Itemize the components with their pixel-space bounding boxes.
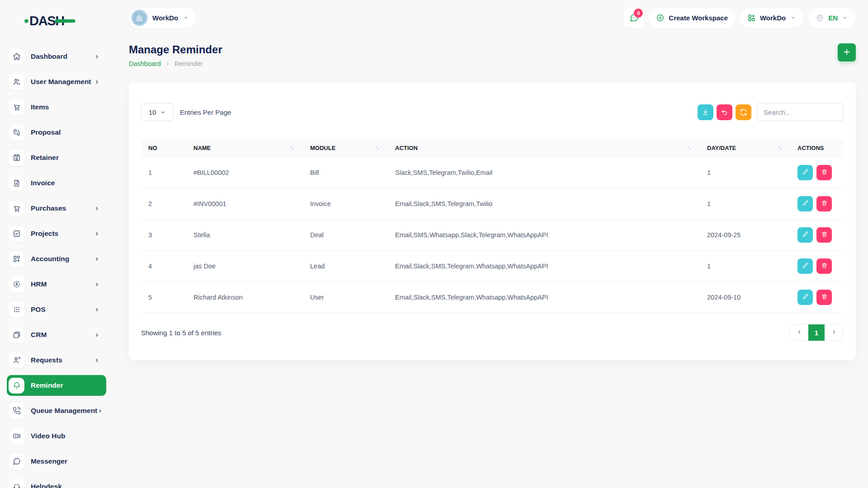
delete-button[interactable] (816, 290, 832, 305)
users-icon (9, 74, 24, 90)
delete-button[interactable] (816, 196, 832, 211)
reminder-table: NONAMEMODULEACTIONDAY/DATEACTIONS 1 #BIL… (141, 139, 844, 313)
cell-day_date: 1 (700, 251, 790, 282)
next-page-button[interactable] (825, 324, 843, 341)
cell-no: 3 (141, 220, 186, 251)
building-icon (131, 9, 148, 26)
table-controls: 10 Entries Per Page (141, 103, 844, 121)
chevron-right-icon (94, 256, 100, 262)
trash-icon (821, 200, 828, 208)
chevron-down-icon (790, 14, 796, 21)
sort-icon (776, 145, 783, 151)
column-header-no: NO (141, 139, 186, 157)
table-row: 2 #INV00001 Invoice Email,Slack,SMS,Tele… (141, 188, 844, 220)
table-footer: Showing 1 to 5 of 5 entries 1 (141, 324, 844, 341)
table-row: 4 jas Doe Lead Email,Slack,SMS,Telegram,… (141, 251, 844, 282)
column-header-actions: ACTIONS (790, 139, 844, 157)
column-header-day-date[interactable]: DAY/DATE (700, 139, 790, 157)
edit-button[interactable] (797, 227, 813, 243)
current-page-button[interactable]: 1 (808, 324, 825, 341)
pencil-icon (802, 231, 809, 239)
table-row: 5 Richard Atkinson User Email,Slack,SMS,… (141, 282, 844, 313)
cell-name: Richard Atkinson (186, 282, 303, 313)
sidebar-item-projects[interactable]: Projects (7, 223, 106, 244)
edit-button[interactable] (797, 258, 813, 274)
sidebar: DASH Dashboard User Management Items Pro… (0, 0, 108, 488)
language-selector[interactable]: EN (808, 8, 856, 28)
trash-icon (821, 293, 828, 301)
sidebar-item-messenger[interactable]: Messenger (7, 451, 106, 472)
sidebar-item-label: User Management (31, 78, 91, 86)
hrm-icon (9, 277, 24, 292)
delete-button[interactable] (816, 227, 832, 243)
chevron-right-icon (94, 282, 100, 287)
toolbar-buttons (698, 104, 751, 120)
sidebar-item-items[interactable]: Items (7, 97, 106, 117)
sidebar-item-retainer[interactable]: Retainer (7, 147, 106, 168)
sidebar-item-crm[interactable]: CRM (7, 324, 106, 345)
column-header-module[interactable]: MODULE (303, 139, 388, 157)
reset-button[interactable] (717, 104, 732, 120)
chevron-down-icon (842, 14, 848, 21)
sidebar-item-queue-management[interactable]: Queue Management (7, 400, 106, 421)
sidebar-item-user-management[interactable]: User Management (7, 71, 106, 92)
sidebar-item-helpdesk[interactable]: Helpdesk (7, 476, 106, 488)
pagination: 1 (789, 324, 844, 341)
sidebar-item-label: POS (31, 305, 46, 314)
messenger-icon (9, 454, 24, 469)
breadcrumb: Dashboard Reminder (129, 60, 222, 67)
workdo-menu-label: WorkDo (760, 14, 786, 22)
reminder-card: 10 Entries Per Page (129, 82, 856, 360)
refresh-icon (740, 108, 747, 116)
cell-name: #BILL00002 (186, 157, 303, 188)
cell-action: Slack,SMS,Telegram,Twilio,Email (388, 157, 700, 188)
column-header-name[interactable]: NAME (186, 139, 303, 157)
edit-button[interactable] (797, 165, 813, 180)
breadcrumb-dashboard-link[interactable]: Dashboard (129, 60, 161, 67)
edit-button[interactable] (797, 290, 813, 305)
previous-page-button[interactable] (790, 324, 808, 341)
create-workspace-button[interactable]: Create Workspace (648, 8, 736, 28)
showing-entries-text: Showing 1 to 5 of 5 entries (141, 329, 222, 337)
sidebar-item-pos[interactable]: POS (7, 299, 106, 320)
pos-icon (9, 302, 24, 318)
delete-button[interactable] (816, 258, 832, 274)
sort-icon (686, 145, 693, 151)
brand-logo[interactable]: DASH (0, 0, 108, 32)
main-column: WorkDo 0 Create Workspace WorkDo (108, 0, 868, 488)
chevron-down-icon (160, 109, 166, 115)
sidebar-item-reminder[interactable]: Reminder (7, 375, 106, 396)
sidebar-item-purchases[interactable]: Purchases (7, 198, 106, 219)
chevron-right-icon (94, 206, 100, 211)
sidebar-item-hrm[interactable]: HRM (7, 274, 106, 295)
workspace-selector[interactable]: WorkDo (129, 8, 196, 28)
refresh-button[interactable] (736, 104, 751, 120)
sidebar-item-requests[interactable]: Requests (7, 350, 106, 371)
export-button[interactable] (698, 104, 713, 120)
sidebar-item-label: Proposal (31, 128, 61, 136)
sidebar-item-video-hub[interactable]: Video Hub (7, 426, 106, 446)
row-actions (797, 165, 836, 180)
cell-action: Email,Slack,SMS,Telegram,Twilio (388, 188, 700, 220)
delete-button[interactable] (816, 165, 832, 180)
breadcrumb-current: Reminder (175, 60, 203, 67)
sidebar-item-proposal[interactable]: Proposal (7, 122, 106, 143)
sidebar-item-accounting[interactable]: Accounting (7, 249, 106, 269)
search-input[interactable] (757, 103, 844, 121)
messenger-button[interactable]: 0 (623, 7, 644, 28)
sidebar-item-invoice[interactable]: Invoice (7, 173, 106, 193)
page-title: Manage Reminder (129, 43, 222, 56)
sidebar-item-dashboard[interactable]: Dashboard (7, 46, 106, 67)
add-reminder-button[interactable] (838, 43, 856, 61)
entries-per-page-select[interactable]: 10 (141, 103, 174, 121)
column-header-action[interactable]: ACTION (388, 139, 700, 157)
sidebar-item-label: Purchases (31, 204, 66, 212)
page-content: Manage Reminder Dashboard Reminder 10 (108, 30, 868, 360)
row-actions (797, 290, 836, 305)
cell-day_date: 1 (700, 157, 790, 188)
edit-button[interactable] (797, 196, 813, 211)
workdo-menu-button[interactable]: WorkDo (740, 8, 804, 28)
cell-no: 1 (141, 157, 186, 188)
create-workspace-label: Create Workspace (669, 14, 728, 22)
topbar-actions: 0 Create Workspace WorkDo EN (623, 7, 856, 28)
